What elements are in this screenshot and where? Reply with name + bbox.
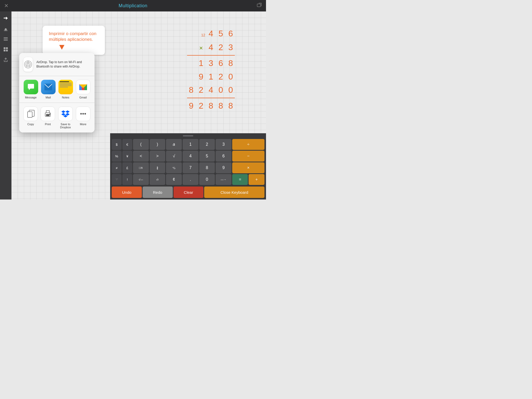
- tooltip-arrow: [49, 45, 99, 50]
- dropbox-icon: [58, 107, 73, 121]
- app-message[interactable]: Message: [24, 80, 38, 99]
- svg-rect-4: [4, 37, 8, 38]
- gmail-label: Gmail: [79, 96, 87, 99]
- sidebar-item-import[interactable]: [1, 24, 10, 33]
- key-exclaim[interactable]: !: [122, 174, 132, 185]
- math-digit: 2: [197, 99, 205, 112]
- copy-label: Copy: [27, 123, 34, 126]
- app-mail[interactable]: Mail: [41, 80, 56, 99]
- math-digit: 5: [217, 27, 225, 40]
- math-digit: 0: [227, 70, 235, 83]
- svg-point-20: [50, 114, 50, 115]
- math-digit: 6: [217, 57, 225, 70]
- keyboard-drag-handle[interactable]: [110, 133, 266, 138]
- math-digit: 0: [227, 83, 235, 97]
- key-equals[interactable]: =: [232, 174, 248, 185]
- key-8[interactable]: 8: [199, 162, 215, 173]
- key-sqrt-line[interactable]: √—: [133, 174, 149, 185]
- key-2[interactable]: 2: [199, 139, 215, 150]
- app-more[interactable]: More: [76, 107, 90, 129]
- sidebar-item-list[interactable]: [1, 34, 10, 44]
- math-digit: 8: [227, 99, 235, 112]
- key-arrow-line[interactable]: —→: [216, 174, 231, 185]
- key-dot[interactable]: .: [183, 174, 198, 185]
- key-0[interactable]: 0: [199, 174, 215, 185]
- undo-button[interactable]: Undo: [112, 187, 142, 198]
- svg-point-11: [24, 61, 32, 68]
- sidebar-item-arrow[interactable]: [1, 14, 10, 23]
- key-sqrt[interactable]: √: [166, 151, 182, 162]
- key-therefore[interactable]: ∵: [112, 174, 122, 185]
- sidebar-item-grid[interactable]: [1, 45, 10, 54]
- app-notes[interactable]: Notes: [58, 80, 73, 99]
- app-copy[interactable]: Copy: [23, 107, 38, 129]
- math-digit: 8: [227, 57, 235, 70]
- key-7[interactable]: 7: [183, 162, 198, 173]
- key-dollar[interactable]: $: [112, 139, 122, 150]
- sidebar: [0, 11, 11, 200]
- expand-button[interactable]: [257, 3, 262, 9]
- math-digit: 8: [207, 99, 215, 112]
- key-yen[interactable]: ¥: [122, 151, 132, 162]
- key-lt[interactable]: <: [133, 151, 149, 162]
- clear-button[interactable]: Clear: [174, 187, 204, 198]
- svg-rect-17: [28, 112, 32, 117]
- main-area: Imprimir o compartir con múltiples aplic…: [0, 11, 266, 200]
- key-9[interactable]: 9: [216, 162, 231, 173]
- print-label: Print: [45, 123, 51, 126]
- math-digit: 2: [217, 70, 225, 83]
- app-header: ✕ Multiplication: [0, 0, 266, 11]
- math-digit: 4: [207, 83, 215, 97]
- app-print[interactable]: Print: [41, 107, 55, 129]
- key-strikethrough-n[interactable]: ∦: [150, 162, 165, 173]
- key-a-italic[interactable]: a: [166, 139, 182, 150]
- sidebar-item-share[interactable]: [1, 55, 10, 64]
- key-6[interactable]: 6: [216, 151, 231, 162]
- key-superscript-n[interactable]: □n: [133, 162, 149, 173]
- copy-icon: [23, 107, 38, 121]
- key-multiply[interactable]: ×: [232, 162, 264, 173]
- key-percent[interactable]: %: [112, 151, 122, 162]
- canvas-area[interactable]: Imprimir o compartir con múltiples aplic…: [11, 11, 266, 200]
- close-keyboard-button[interactable]: Close Keyboard: [204, 187, 264, 198]
- close-button[interactable]: ✕: [4, 3, 9, 9]
- notes-label: Notes: [62, 96, 69, 99]
- svg-rect-9: [4, 50, 5, 51]
- math-digit: 2: [217, 41, 225, 54]
- key-gt[interactable]: >: [150, 151, 165, 162]
- key-1[interactable]: 1: [183, 139, 198, 150]
- share-sheet: AirDrop. Tap to turn on Wi-Fi and Blueto…: [19, 53, 95, 132]
- key-fraction[interactable]: ᵃ/ᵦ: [166, 162, 182, 173]
- key-rparen[interactable]: ): [150, 139, 165, 150]
- key-3[interactable]: 3: [216, 139, 231, 150]
- tooltip-text: Imprimir o compartir con múltiples aplic…: [49, 31, 99, 42]
- key-lparen[interactable]: (: [133, 139, 149, 150]
- apps-row-2: Copy Print: [19, 103, 95, 132]
- key-sqrt-r[interactable]: √r: [150, 174, 165, 185]
- airdrop-description: AirDrop. Tap to turn on Wi-Fi and Blueto…: [36, 60, 90, 69]
- key-5[interactable]: 5: [199, 151, 215, 162]
- key-euro[interactable]: €: [122, 139, 132, 150]
- key-divide[interactable]: ÷: [232, 139, 264, 150]
- key-minus[interactable]: −: [232, 151, 264, 162]
- redo-button[interactable]: Redo: [143, 187, 173, 198]
- svg-rect-8: [6, 47, 8, 49]
- dropbox-label: Save to Dropbox: [58, 123, 73, 129]
- key-plus[interactable]: +: [249, 174, 264, 185]
- app-dropbox[interactable]: Save to Dropbox: [58, 107, 73, 129]
- key-notequal[interactable]: ≠: [112, 162, 122, 173]
- app-gmail[interactable]: Gmail: [76, 80, 90, 99]
- key-4[interactable]: 4: [183, 151, 198, 162]
- apps-row-1: Message Mail: [19, 76, 95, 103]
- key-pound[interactable]: £: [122, 162, 132, 173]
- svg-rect-19: [46, 114, 49, 116]
- math-display: 12 4 5 6 × 4 2 3 1 3 6 8 9 1 2: [187, 27, 235, 112]
- airdrop-section[interactable]: AirDrop. Tap to turn on Wi-Fi and Blueto…: [19, 53, 95, 76]
- svg-line-14: [26, 61, 28, 67]
- keyboard-area: $ % ≠ ∵ € ¥ £ ! ( ) a 1: [110, 133, 266, 200]
- page-title: Multiplication: [118, 3, 147, 9]
- print-icon: [41, 107, 55, 121]
- math-digit: 4: [207, 27, 215, 40]
- key-cent[interactable]: ¢: [166, 174, 182, 185]
- math-digit: 3: [207, 57, 215, 70]
